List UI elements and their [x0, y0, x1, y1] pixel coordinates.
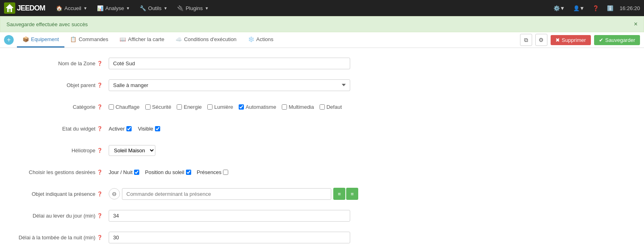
presence-clear-button[interactable]: ⊖ — [109, 188, 120, 199]
delai-lever-label: Délai au lever du jour (min) ❓ — [12, 213, 109, 219]
alert-message: Sauvegarde effectuée avec succès — [6, 21, 88, 27]
gestion-jour-nuit-checkbox[interactable] — [134, 170, 139, 175]
tab-add-button[interactable]: + — [4, 35, 14, 45]
brand-name: JEEDOM — [17, 4, 45, 12]
activer-state[interactable]: Activer — [109, 126, 132, 132]
nom-zone-input[interactable] — [109, 58, 350, 69]
trash-icon: ✖ — [555, 37, 560, 43]
gestions-row: Choisir les gestions desirées ❓ Jour / N… — [12, 165, 632, 179]
gestion-position-soleil[interactable]: Position du soleil — [145, 169, 191, 175]
cat-securite-checkbox[interactable] — [145, 104, 151, 110]
cat-chauffage[interactable]: Chauffage — [109, 104, 140, 110]
help-icon[interactable]: ❓ — [590, 5, 601, 11]
gestion-jour-nuit[interactable]: Jour / Nuit — [109, 169, 139, 175]
navbar: JEEDOM 🏠 Accueil ▼ 📊 Analyse ▼ 🔧 Outils … — [0, 0, 644, 16]
objet-parent-help-icon[interactable]: ❓ — [97, 83, 103, 88]
check-icon: ✔ — [599, 37, 603, 43]
etat-widget-label: Etat du widget ❓ — [12, 126, 109, 132]
delai-tombee-input[interactable] — [109, 232, 350, 243]
cat-lumiere[interactable]: Lumière — [207, 104, 233, 110]
gestion-position-checkbox[interactable] — [186, 170, 191, 175]
conditions-icon: ☁️ — [175, 36, 182, 42]
tab-afficher-carte[interactable]: 📖 Afficher la carte — [114, 32, 170, 48]
nav-right: ⚙️▼ 👤▼ ❓ ℹ️ 16:26:20 — [551, 5, 640, 11]
analyse-icon: 📊 — [97, 5, 103, 11]
categorie-help-icon[interactable]: ❓ — [97, 104, 103, 110]
nav-accueil[interactable]: 🏠 Accueil ▼ — [51, 0, 92, 16]
tools-icon: 🔧 — [140, 5, 146, 11]
categorie-row: Catégorie ❓ Chauffage Sécurité Energie L… — [12, 100, 632, 114]
heliotrope-label: Héliotrope ❓ — [12, 147, 109, 154]
nom-zone-help-icon[interactable]: ❓ — [97, 61, 103, 66]
objet-parent-row: Objet parent ❓ Salle à manger — [12, 78, 632, 92]
delete-button[interactable]: ✖ Supprimer — [551, 35, 591, 45]
delai-lever-input[interactable] — [109, 210, 350, 222]
gestion-presences[interactable]: Présences — [197, 169, 228, 175]
cat-defaut-checkbox[interactable] — [320, 104, 325, 110]
cat-energie-checkbox[interactable] — [177, 104, 182, 110]
tab-actions-right: ⧉ ⚙ ✖ Supprimer ✔ Sauvegarder — [520, 34, 640, 46]
nav-items: 🏠 Accueil ▼ 📊 Analyse ▼ 🔧 Outils ▼ 🔌 Plu… — [51, 0, 551, 16]
settings2-icon-button[interactable]: ⚙ — [535, 34, 547, 46]
delai-tombee-help-icon[interactable]: ❓ — [97, 235, 103, 240]
nav-analyse[interactable]: 📊 Analyse ▼ — [92, 0, 135, 16]
objet-parent-label: Objet parent ❓ — [12, 82, 109, 88]
tab-conditions[interactable]: ☁️ Conditions d'exécution — [170, 32, 242, 48]
copy-icon-button[interactable]: ⧉ — [520, 34, 532, 46]
cat-multimedia[interactable]: Multimedia — [282, 104, 314, 110]
presence-input-group: ⊖ ≡ ≡ — [109, 188, 358, 200]
visible-state[interactable]: Visible — [138, 126, 160, 132]
cat-lumiere-checkbox[interactable] — [207, 104, 213, 110]
clock: 16:26:20 — [619, 5, 640, 11]
tab-actions[interactable]: ❄️ Actions — [242, 32, 279, 48]
activer-checkbox[interactable] — [126, 126, 132, 131]
nav-plugins[interactable]: 🔌 Plugins ▼ — [172, 0, 214, 16]
tab-bar: + 📦 Equipement 📋 Commandes 📖 Afficher la… — [0, 32, 644, 48]
alert-close[interactable]: × — [634, 21, 638, 28]
presence-help-icon[interactable]: ❓ — [97, 191, 103, 197]
alert-success: Sauvegarde effectuée avec succès × — [0, 16, 644, 32]
gestions-group: Jour / Nuit Position du soleil Présences — [109, 169, 228, 175]
gestions-help-icon[interactable]: ❓ — [97, 170, 103, 175]
cat-chauffage-checkbox[interactable] — [109, 104, 114, 110]
cat-defaut[interactable]: Defaut — [320, 104, 342, 110]
presence-row: Objet indiquant la présence ❓ ⊖ ≡ ≡ — [12, 187, 632, 201]
gestions-label: Choisir les gestions desirées ❓ — [12, 169, 109, 175]
cat-securite[interactable]: Sécurité — [145, 104, 171, 110]
cat-energie[interactable]: Energie — [177, 104, 202, 110]
tab-commandes[interactable]: 📋 Commandes — [64, 32, 114, 48]
tab-equipement[interactable]: 📦 Equipement — [17, 32, 64, 48]
presence-btn-1[interactable]: ≡ — [333, 188, 345, 200]
svg-rect-2 — [8, 9, 11, 12]
commandes-icon: 📋 — [70, 36, 76, 42]
brand: JEEDOM — [4, 2, 45, 14]
form-container: Nom de la Zone ❓ Objet parent ❓ Salle à … — [0, 48, 644, 249]
objet-parent-select[interactable]: Salle à manger — [109, 79, 350, 91]
cat-automatisme[interactable]: Automatisme — [239, 104, 276, 110]
categorie-label: Catégorie ❓ — [12, 104, 109, 110]
nom-zone-label: Nom de la Zone ❓ — [12, 60, 109, 66]
presence-btn-2[interactable]: ≡ — [346, 188, 358, 200]
gestion-presences-checkbox[interactable] — [223, 170, 228, 175]
carte-icon: 📖 — [120, 36, 126, 42]
home-icon: 🏠 — [56, 5, 62, 11]
presence-input[interactable] — [122, 188, 331, 200]
presence-buttons: ≡ ≡ — [333, 188, 358, 200]
heliotrope-help-icon[interactable]: ❓ — [97, 148, 103, 153]
etat-widget-row: Etat du widget ❓ Activer Visible — [12, 121, 632, 136]
visible-checkbox[interactable] — [155, 126, 160, 131]
delai-lever-row: Délai au lever du jour (min) ❓ — [12, 208, 632, 223]
heliotrope-select[interactable]: Soleil Maison — [109, 145, 155, 156]
cat-multimedia-checkbox[interactable] — [282, 104, 287, 110]
delai-lever-help-icon[interactable]: ❓ — [97, 213, 103, 218]
settings-icon[interactable]: ⚙️▼ — [551, 5, 567, 11]
heliotrope-row: Héliotrope ❓ Soleil Maison — [12, 143, 632, 158]
cat-automatisme-checkbox[interactable] — [239, 104, 244, 110]
etat-widget-help-icon[interactable]: ❓ — [97, 126, 103, 131]
info-icon[interactable]: ℹ️ — [605, 5, 615, 11]
save-button[interactable]: ✔ Sauvegarder — [594, 35, 640, 45]
presence-label: Objet indiquant la présence ❓ — [12, 191, 109, 197]
user-icon[interactable]: 👤▼ — [571, 5, 587, 11]
nav-outils[interactable]: 🔧 Outils ▼ — [135, 0, 172, 16]
logo-icon — [4, 2, 15, 14]
